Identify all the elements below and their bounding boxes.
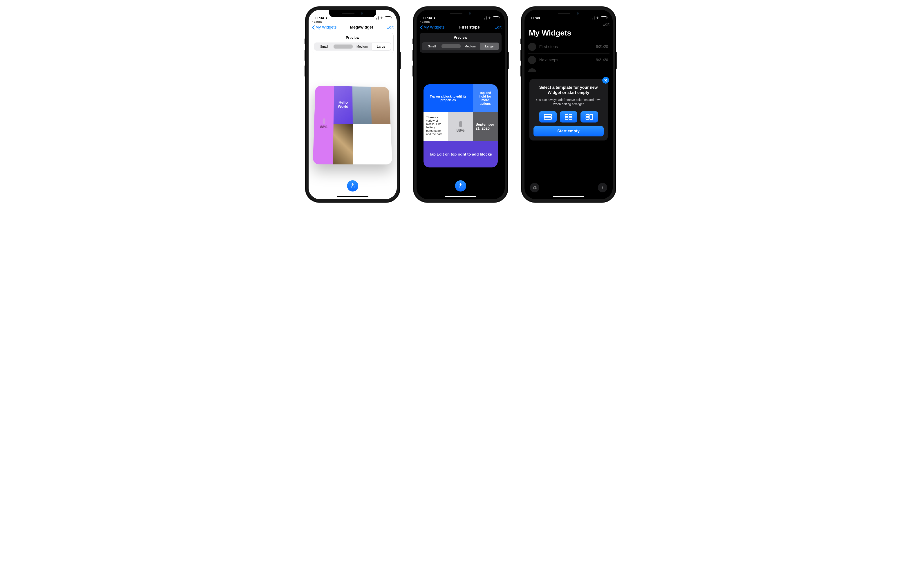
page-title: My Widgets xyxy=(524,27,613,41)
svg-rect-12 xyxy=(590,114,592,119)
wifi-icon xyxy=(380,16,384,20)
battery-icon xyxy=(493,16,499,19)
edit-button[interactable]: Edit xyxy=(386,25,393,30)
seg-medium[interactable]: Medium xyxy=(353,43,372,50)
template-grid-button[interactable] xyxy=(560,111,577,122)
template-rows-icon xyxy=(543,114,552,120)
svg-rect-5 xyxy=(544,117,552,119)
breadcrumb-back[interactable]: Search xyxy=(417,21,505,23)
svg-rect-4 xyxy=(544,114,552,117)
svg-rect-2 xyxy=(459,121,462,127)
share-button[interactable] xyxy=(455,180,466,192)
template-mixed-icon xyxy=(585,114,594,120)
cellular-icon xyxy=(483,16,487,19)
phone-frame-1: 11:34 Search My Widgets Megawidget xyxy=(306,7,400,202)
status-time: 11:34 xyxy=(315,16,324,20)
page-title: Megawidget xyxy=(350,25,373,30)
battery-icon xyxy=(385,16,391,19)
status-time: 11:34 xyxy=(423,16,432,20)
page-title: First steps xyxy=(459,25,480,30)
block-photo-2[interactable] xyxy=(371,87,391,124)
widget-preview[interactable]: Hello World 88% xyxy=(312,86,392,164)
notch xyxy=(329,10,376,17)
navbar: Edit xyxy=(524,20,613,27)
block-photo-1[interactable] xyxy=(352,86,371,124)
list-item-label: Next steps xyxy=(539,58,593,62)
wifi-icon xyxy=(488,16,491,20)
location-arrow-icon xyxy=(325,16,328,20)
widget-thumbnail xyxy=(528,43,536,51)
breadcrumb-back[interactable]: Search xyxy=(309,21,397,23)
battery-glyph-icon xyxy=(458,120,463,127)
preview-label: Preview xyxy=(314,36,391,40)
widgets-list: First steps 9/21/20 Next steps 9/21/20 xyxy=(524,41,613,72)
template-grid-icon xyxy=(564,114,573,120)
size-segmented-control[interactable]: Small Medium Large xyxy=(314,42,391,50)
navbar: My Widgets First steps Edit xyxy=(417,23,505,32)
block-add-instructions[interactable]: Tap Edit on top right to add blocks xyxy=(423,141,498,167)
list-item[interactable]: First steps 9/21/20 xyxy=(528,41,610,54)
phone-frame-2: 11:34 Search My Widgets First steps xyxy=(413,7,508,202)
battery-glyph-icon xyxy=(321,118,326,124)
seg-small[interactable]: Small xyxy=(422,43,441,50)
list-item[interactable]: Next steps 9/21/20 xyxy=(528,54,610,67)
home-indicator[interactable] xyxy=(337,196,368,197)
svg-rect-8 xyxy=(565,117,568,119)
back-button[interactable]: My Widgets xyxy=(312,25,337,30)
svg-rect-1 xyxy=(323,118,325,119)
edit-button[interactable]: Edit xyxy=(494,25,501,30)
svg-rect-9 xyxy=(569,117,572,119)
block-hello[interactable]: Hello World xyxy=(333,86,352,124)
share-button[interactable] xyxy=(347,180,358,192)
block-tap-edit[interactable]: Tap on a block to edit its properties xyxy=(423,84,473,112)
back-button[interactable]: My Widgets xyxy=(420,25,445,30)
svg-rect-10 xyxy=(586,114,589,117)
navbar: My Widgets Megawidget Edit xyxy=(309,23,397,32)
widget-thumbnail xyxy=(528,56,536,64)
template-mixed-button[interactable] xyxy=(581,111,598,122)
cellular-icon xyxy=(375,16,379,19)
svg-rect-6 xyxy=(565,114,568,117)
seg-large[interactable]: Large xyxy=(480,43,499,50)
start-empty-button[interactable]: Start empty xyxy=(534,126,604,136)
template-rows-button[interactable] xyxy=(539,111,557,122)
widget-thumbnail-partial xyxy=(528,68,536,72)
block-tap-hold[interactable]: Tap and hold for more actions xyxy=(473,84,498,112)
home-indicator[interactable] xyxy=(553,196,584,197)
info-button[interactable]: i xyxy=(598,183,607,192)
seg-small[interactable]: Small xyxy=(315,43,334,50)
widget-preview[interactable]: Tap on a block to edit its properties Ta… xyxy=(423,84,498,167)
preview-card: Preview Small Medium Large xyxy=(420,33,501,53)
info-icon: i xyxy=(602,185,603,190)
svg-rect-3 xyxy=(460,121,461,121)
list-item-date: 9/21/20 xyxy=(596,45,608,49)
block-photo-3[interactable] xyxy=(333,123,353,164)
edit-button[interactable]: Edit xyxy=(602,22,609,27)
battery-icon xyxy=(601,16,607,19)
svg-rect-7 xyxy=(569,114,572,117)
popover-subtext: You can always add/remove columns and ro… xyxy=(534,98,604,106)
block-battery[interactable]: 88% xyxy=(448,112,473,141)
svg-rect-0 xyxy=(322,119,325,124)
location-arrow-icon xyxy=(433,16,436,20)
wifi-icon xyxy=(596,16,600,20)
size-segmented-control[interactable]: Small Medium Large xyxy=(422,42,499,50)
settings-button[interactable] xyxy=(530,183,539,192)
svg-rect-11 xyxy=(586,117,589,119)
block-date[interactable]: September 21, 2020 xyxy=(473,112,498,141)
home-indicator[interactable] xyxy=(445,196,476,197)
popover-heading: Select a template for your new Widget or… xyxy=(534,85,604,96)
notch xyxy=(437,10,484,17)
block-battery[interactable]: 88% xyxy=(312,86,334,164)
phone-frame-3: 11:48 Edit My Widgets First steps 9/21/2… xyxy=(521,7,616,202)
gear-icon xyxy=(532,185,537,190)
block-variety[interactable]: There's a variety of blocks. Like batter… xyxy=(423,112,448,141)
status-time: 11:48 xyxy=(531,16,540,20)
seg-large[interactable]: Large xyxy=(371,43,391,50)
close-icon xyxy=(604,79,607,82)
seg-medium[interactable]: Medium xyxy=(460,43,480,50)
list-item-date: 9/21/20 xyxy=(596,58,608,62)
preview-label: Preview xyxy=(422,36,499,39)
list-item-label: First steps xyxy=(539,44,593,49)
close-button[interactable] xyxy=(602,77,609,84)
